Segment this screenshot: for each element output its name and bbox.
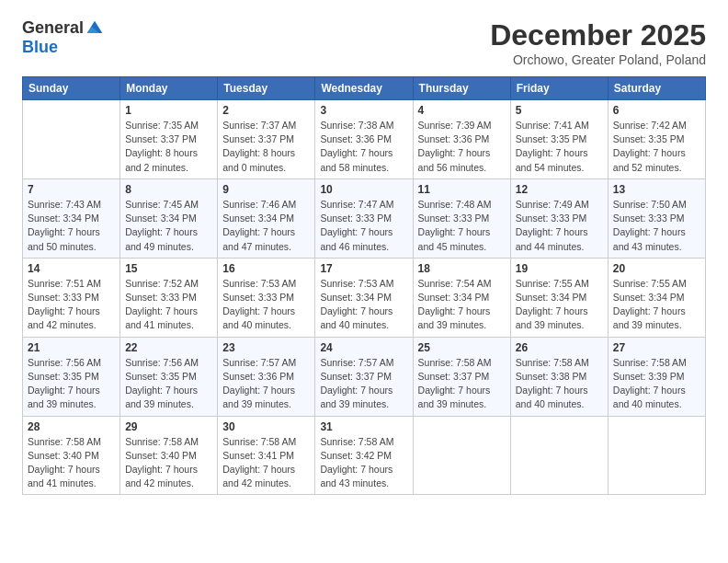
day-info: Sunrise: 7:58 AMSunset: 3:40 PMDaylight:… <box>28 435 115 491</box>
day-info: Sunrise: 7:55 AMSunset: 3:34 PMDaylight:… <box>516 277 603 333</box>
calendar-cell: 13Sunrise: 7:50 AMSunset: 3:33 PMDayligh… <box>608 178 705 258</box>
day-number: 15 <box>125 262 212 275</box>
col-sunday: Sunday <box>23 77 120 100</box>
calendar-cell: 25Sunrise: 7:58 AMSunset: 3:37 PMDayligh… <box>413 337 510 416</box>
calendar-cell: 11Sunrise: 7:48 AMSunset: 3:33 PMDayligh… <box>413 178 510 258</box>
calendar-cell: 12Sunrise: 7:49 AMSunset: 3:33 PMDayligh… <box>510 178 608 258</box>
calendar-cell: 14Sunrise: 7:51 AMSunset: 3:33 PMDayligh… <box>23 258 120 337</box>
day-number: 10 <box>320 183 407 196</box>
day-info: Sunrise: 7:48 AMSunset: 3:33 PMDaylight:… <box>418 198 506 254</box>
day-info: Sunrise: 7:47 AMSunset: 3:33 PMDaylight:… <box>320 198 407 254</box>
day-info: Sunrise: 7:54 AMSunset: 3:34 PMDaylight:… <box>418 277 506 333</box>
day-number: 24 <box>320 341 407 354</box>
logo-general: General <box>22 18 84 38</box>
calendar-week-5: 28Sunrise: 7:58 AMSunset: 3:40 PMDayligh… <box>23 416 706 495</box>
calendar-cell: 29Sunrise: 7:58 AMSunset: 3:40 PMDayligh… <box>120 416 218 495</box>
day-number: 22 <box>125 341 212 354</box>
day-number: 7 <box>28 183 115 196</box>
calendar-cell: 21Sunrise: 7:56 AMSunset: 3:35 PMDayligh… <box>23 337 120 416</box>
page-header: General Blue December 2025 Orchowo, Grea… <box>22 18 706 67</box>
calendar-week-1: 1Sunrise: 7:35 AMSunset: 3:37 PMDaylight… <box>23 100 706 179</box>
calendar-cell <box>413 416 510 495</box>
day-info: Sunrise: 7:53 AMSunset: 3:34 PMDaylight:… <box>320 277 407 333</box>
calendar-cell: 27Sunrise: 7:58 AMSunset: 3:39 PMDayligh… <box>608 337 705 416</box>
day-info: Sunrise: 7:50 AMSunset: 3:33 PMDaylight:… <box>613 198 700 254</box>
day-number: 23 <box>222 341 310 354</box>
day-number: 4 <box>418 104 506 117</box>
day-number: 8 <box>125 183 212 196</box>
calendar-week-2: 7Sunrise: 7:43 AMSunset: 3:34 PMDaylight… <box>23 178 706 258</box>
day-info: Sunrise: 7:51 AMSunset: 3:33 PMDaylight:… <box>28 277 115 333</box>
day-number: 6 <box>613 104 700 117</box>
day-info: Sunrise: 7:41 AMSunset: 3:35 PMDaylight:… <box>516 119 603 175</box>
col-friday: Friday <box>510 77 608 100</box>
calendar-cell: 30Sunrise: 7:58 AMSunset: 3:41 PMDayligh… <box>218 416 315 495</box>
col-thursday: Thursday <box>413 77 510 100</box>
day-info: Sunrise: 7:38 AMSunset: 3:36 PMDaylight:… <box>320 119 407 175</box>
day-info: Sunrise: 7:49 AMSunset: 3:33 PMDaylight:… <box>516 198 603 254</box>
calendar-cell: 10Sunrise: 7:47 AMSunset: 3:33 PMDayligh… <box>315 178 413 258</box>
calendar-cell: 23Sunrise: 7:57 AMSunset: 3:36 PMDayligh… <box>218 337 315 416</box>
day-number: 3 <box>320 104 407 117</box>
calendar-cell: 9Sunrise: 7:46 AMSunset: 3:34 PMDaylight… <box>218 178 315 258</box>
calendar-cell: 22Sunrise: 7:56 AMSunset: 3:35 PMDayligh… <box>120 337 218 416</box>
day-info: Sunrise: 7:58 AMSunset: 3:38 PMDaylight:… <box>516 356 603 412</box>
calendar-cell: 24Sunrise: 7:57 AMSunset: 3:37 PMDayligh… <box>315 337 413 416</box>
day-number: 5 <box>516 104 603 117</box>
calendar-cell: 17Sunrise: 7:53 AMSunset: 3:34 PMDayligh… <box>315 258 413 337</box>
day-number: 28 <box>28 420 115 433</box>
day-info: Sunrise: 7:46 AMSunset: 3:34 PMDaylight:… <box>222 198 310 254</box>
calendar-cell: 15Sunrise: 7:52 AMSunset: 3:33 PMDayligh… <box>120 258 218 337</box>
day-info: Sunrise: 7:57 AMSunset: 3:37 PMDaylight:… <box>320 356 407 412</box>
location-title: Orchowo, Greater Poland, Poland <box>490 52 706 67</box>
calendar-cell: 8Sunrise: 7:45 AMSunset: 3:34 PMDaylight… <box>120 178 218 258</box>
month-title: December 2025 <box>490 18 706 52</box>
logo: General Blue <box>22 18 104 57</box>
calendar-cell <box>23 100 120 179</box>
day-number: 18 <box>418 262 506 275</box>
title-area: December 2025 Orchowo, Greater Poland, P… <box>490 18 706 67</box>
calendar-cell: 19Sunrise: 7:55 AMSunset: 3:34 PMDayligh… <box>510 258 608 337</box>
day-number: 9 <box>222 183 310 196</box>
day-info: Sunrise: 7:53 AMSunset: 3:33 PMDaylight:… <box>222 277 310 333</box>
calendar-table: Sunday Monday Tuesday Wednesday Thursday… <box>22 76 706 495</box>
calendar-cell: 2Sunrise: 7:37 AMSunset: 3:37 PMDaylight… <box>218 100 315 179</box>
col-tuesday: Tuesday <box>218 77 315 100</box>
day-info: Sunrise: 7:42 AMSunset: 3:35 PMDaylight:… <box>613 119 700 175</box>
logo-blue: Blue <box>22 38 58 56</box>
day-number: 11 <box>418 183 506 196</box>
col-wednesday: Wednesday <box>315 77 413 100</box>
day-info: Sunrise: 7:58 AMSunset: 3:39 PMDaylight:… <box>613 356 700 412</box>
calendar-week-4: 21Sunrise: 7:56 AMSunset: 3:35 PMDayligh… <box>23 337 706 416</box>
calendar-week-3: 14Sunrise: 7:51 AMSunset: 3:33 PMDayligh… <box>23 258 706 337</box>
day-info: Sunrise: 7:58 AMSunset: 3:41 PMDaylight:… <box>222 435 310 491</box>
day-number: 12 <box>516 183 603 196</box>
day-number: 13 <box>613 183 700 196</box>
calendar-cell: 20Sunrise: 7:55 AMSunset: 3:34 PMDayligh… <box>608 258 705 337</box>
day-number: 14 <box>28 262 115 275</box>
calendar-cell: 16Sunrise: 7:53 AMSunset: 3:33 PMDayligh… <box>218 258 315 337</box>
logo-icon <box>85 19 104 38</box>
calendar-cell: 7Sunrise: 7:43 AMSunset: 3:34 PMDaylight… <box>23 178 120 258</box>
day-info: Sunrise: 7:37 AMSunset: 3:37 PMDaylight:… <box>222 119 310 175</box>
day-number: 19 <box>516 262 603 275</box>
day-number: 29 <box>125 420 212 433</box>
day-info: Sunrise: 7:52 AMSunset: 3:33 PMDaylight:… <box>125 277 212 333</box>
calendar-cell: 28Sunrise: 7:58 AMSunset: 3:40 PMDayligh… <box>23 416 120 495</box>
day-number: 20 <box>613 262 700 275</box>
day-number: 31 <box>320 420 407 433</box>
calendar-cell <box>510 416 608 495</box>
day-number: 25 <box>418 341 506 354</box>
day-info: Sunrise: 7:45 AMSunset: 3:34 PMDaylight:… <box>125 198 212 254</box>
day-number: 17 <box>320 262 407 275</box>
day-number: 16 <box>222 262 310 275</box>
day-info: Sunrise: 7:56 AMSunset: 3:35 PMDaylight:… <box>28 356 115 412</box>
col-monday: Monday <box>120 77 218 100</box>
day-number: 27 <box>613 341 700 354</box>
calendar-cell: 26Sunrise: 7:58 AMSunset: 3:38 PMDayligh… <box>510 337 608 416</box>
calendar-header-row: Sunday Monday Tuesday Wednesday Thursday… <box>23 77 706 100</box>
day-info: Sunrise: 7:56 AMSunset: 3:35 PMDaylight:… <box>125 356 212 412</box>
calendar-cell: 31Sunrise: 7:58 AMSunset: 3:42 PMDayligh… <box>315 416 413 495</box>
day-info: Sunrise: 7:39 AMSunset: 3:36 PMDaylight:… <box>418 119 506 175</box>
day-info: Sunrise: 7:58 AMSunset: 3:40 PMDaylight:… <box>125 435 212 491</box>
